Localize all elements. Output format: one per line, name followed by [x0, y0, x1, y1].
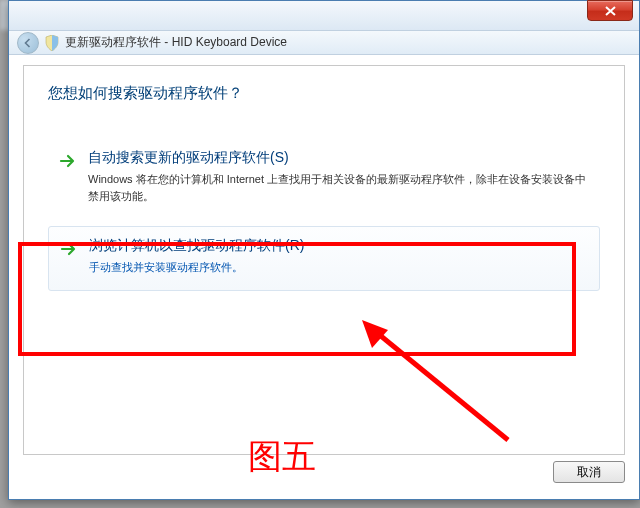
- close-icon: [605, 6, 616, 16]
- option-desc: Windows 将在您的计算机和 Internet 上查找用于相关设备的最新驱动…: [88, 171, 590, 204]
- nav-bar: 更新驱动程序软件 - HID Keyboard Device: [9, 31, 639, 55]
- titlebar: [9, 1, 639, 31]
- option-browse-computer[interactable]: 浏览计算机以查找驱动程序软件(R) 手动查找并安装驱动程序软件。: [48, 226, 600, 291]
- dialog-window: 更新驱动程序软件 - HID Keyboard Device 您想如何搜索驱动程…: [8, 0, 640, 500]
- footer: 取消: [23, 461, 625, 489]
- option-desc: 手动查找并安装驱动程序软件。: [89, 259, 589, 276]
- back-arrow-icon: [23, 38, 33, 48]
- close-button[interactable]: [587, 0, 633, 21]
- option-title: 浏览计算机以查找驱动程序软件(R): [89, 237, 589, 255]
- shield-icon: [45, 35, 59, 51]
- arrow-right-icon: [59, 239, 79, 259]
- cancel-button[interactable]: 取消: [553, 461, 625, 483]
- window-title: 更新驱动程序软件 - HID Keyboard Device: [65, 34, 287, 51]
- option-body: 浏览计算机以查找驱动程序软件(R) 手动查找并安装驱动程序软件。: [89, 237, 589, 276]
- arrow-right-icon: [58, 151, 78, 171]
- back-button[interactable]: [17, 32, 39, 54]
- content-panel: 您想如何搜索驱动程序软件？ 自动搜索更新的驱动程序软件(S) Windows 将…: [23, 65, 625, 455]
- cancel-label: 取消: [577, 464, 601, 481]
- option-body: 自动搜索更新的驱动程序软件(S) Windows 将在您的计算机和 Intern…: [88, 149, 590, 204]
- option-title: 自动搜索更新的驱动程序软件(S): [88, 149, 590, 167]
- option-auto-search[interactable]: 自动搜索更新的驱动程序软件(S) Windows 将在您的计算机和 Intern…: [48, 139, 600, 218]
- page-heading: 您想如何搜索驱动程序软件？: [48, 84, 600, 103]
